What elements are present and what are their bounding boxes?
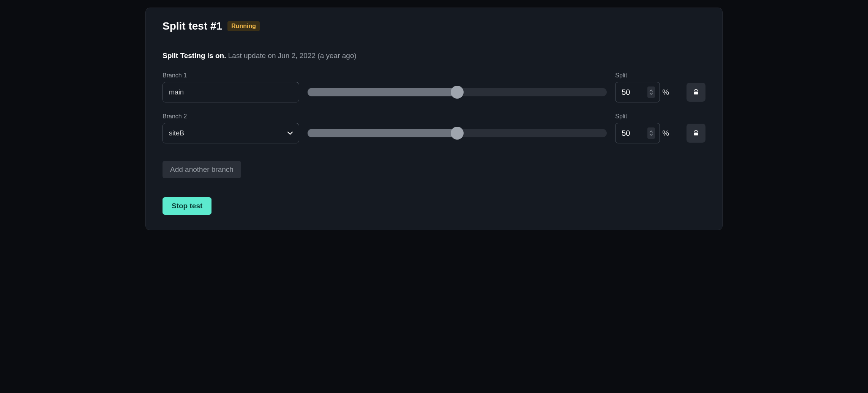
- unlock-icon: [693, 89, 699, 96]
- unlock-icon: [693, 130, 699, 137]
- branch-2-stepper[interactable]: [647, 127, 655, 139]
- branch-2-slider-fill: [308, 129, 457, 137]
- branch-1-split-input[interactable]: 50: [615, 82, 660, 102]
- status-muted-text: Last update on Jun 2, 2022 (a year ago): [228, 52, 357, 60]
- status-line: Split Testing is on. Last update on Jun …: [163, 52, 705, 60]
- branch-2-slider-thumb[interactable]: [451, 127, 464, 140]
- branch-2-lock-button[interactable]: [687, 124, 705, 143]
- page-title: Split test #1: [163, 20, 222, 32]
- branch-2-label: Branch 2: [163, 113, 299, 120]
- stop-test-button[interactable]: Stop test: [163, 197, 211, 215]
- add-branch-button[interactable]: Add another branch: [163, 161, 241, 178]
- branch-1-label: Branch 1: [163, 72, 299, 79]
- chevron-up-icon: [649, 130, 653, 133]
- status-badge: Running: [227, 21, 260, 31]
- branch-2-percent-symbol: %: [662, 129, 669, 138]
- branch-1-slider-fill: [308, 88, 457, 96]
- branch-1-lock-button[interactable]: [687, 83, 705, 102]
- branch-1-percent-symbol: %: [662, 88, 669, 97]
- chevron-down-icon: [649, 133, 653, 136]
- status-strong-text: Split Testing is on.: [163, 52, 226, 60]
- branch-1-slider-col: [308, 82, 607, 102]
- chevron-down-icon: [649, 92, 653, 95]
- svg-rect-1: [694, 133, 698, 136]
- chevron-up-icon: [649, 90, 653, 92]
- branch-row-2: Branch 2 siteB Split 50: [163, 113, 705, 143]
- branch-2-slider[interactable]: [308, 129, 607, 137]
- branch-1-split-value: 50: [622, 88, 630, 97]
- branch-1-split-wrap: 50 %: [615, 82, 669, 102]
- branch-2-split-input[interactable]: 50: [615, 123, 660, 143]
- branch-2-select[interactable]: siteB: [163, 123, 299, 143]
- branch-2-slider-col: [308, 123, 607, 143]
- branch-1-name-input[interactable]: [163, 82, 299, 102]
- branch-1-field: Branch 1: [163, 72, 299, 102]
- branch-2-field: Branch 2 siteB: [163, 113, 299, 143]
- branch-2-split-value: 50: [622, 129, 630, 138]
- branch-row-1: Branch 1 Split 50 %: [163, 72, 705, 102]
- branch-1-split-label: Split: [615, 72, 669, 79]
- branch-2-split-field: Split 50 %: [615, 113, 669, 143]
- branch-1-stepper[interactable]: [647, 86, 655, 98]
- branch-1-slider-thumb[interactable]: [451, 86, 464, 99]
- svg-rect-0: [694, 92, 698, 95]
- branch-2-split-wrap: 50 %: [615, 123, 669, 143]
- branch-2-split-label: Split: [615, 113, 669, 120]
- panel-header: Split test #1 Running: [163, 20, 705, 40]
- split-test-panel: Split test #1 Running Split Testing is o…: [145, 8, 723, 230]
- branch-1-split-field: Split 50 %: [615, 72, 669, 102]
- branch-1-slider[interactable]: [308, 88, 607, 96]
- branch-2-select-wrap: siteB: [163, 123, 299, 143]
